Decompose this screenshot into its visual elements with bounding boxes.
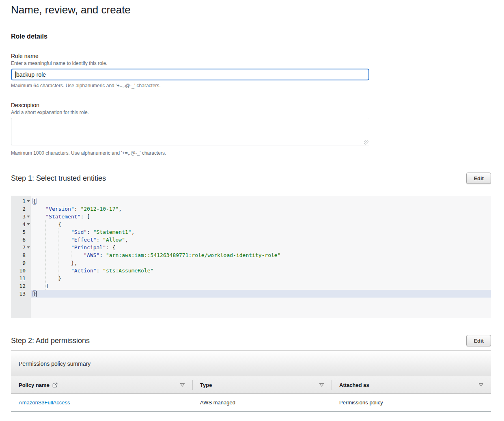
table-row: AmazonS3FullAccessAWS managedPermissions… bbox=[11, 394, 491, 412]
code-text: "Sid": "Statement1", bbox=[31, 228, 491, 236]
role-name-input[interactable]: backup-role bbox=[11, 69, 369, 80]
editor-line-11[interactable]: 11 } bbox=[11, 274, 491, 282]
code-text: }, bbox=[31, 259, 491, 267]
cell-policy-name: AmazonS3FullAccess bbox=[11, 394, 192, 411]
editor-line-2[interactable]: 2 "Version": "2012-10-17", bbox=[11, 205, 491, 213]
step1-title: Step 1: Select trusted entities bbox=[11, 173, 106, 184]
editor-line-3[interactable]: 3 "Statement": [ bbox=[11, 213, 491, 220]
column-filter-icon bbox=[319, 383, 324, 387]
step2-edit-button[interactable]: Edit bbox=[466, 335, 491, 346]
role-name-constraint: Maximum 64 characters. Use alphanumeric … bbox=[11, 83, 491, 89]
section-divider bbox=[11, 46, 491, 46]
cell-attached-as: Permissions policy bbox=[332, 394, 491, 411]
code-text: "AWS": "arn:aws:iam::541263489771:role/w… bbox=[31, 251, 491, 259]
cell-type: AWS managed bbox=[192, 394, 332, 411]
code-text: { bbox=[31, 220, 491, 228]
code-text: { bbox=[31, 197, 491, 205]
code-text: "Action": "sts:AssumeRole" bbox=[31, 267, 491, 274]
code-text: "Statement": [ bbox=[31, 213, 491, 220]
code-text: } bbox=[31, 290, 491, 298]
line-number: 4 bbox=[11, 220, 31, 228]
step2-title: Step 2: Add permissions bbox=[11, 335, 90, 346]
text-cursor bbox=[15, 71, 16, 78]
step1-edit-button[interactable]: Edit bbox=[466, 173, 491, 184]
role-name-label: Role name bbox=[11, 53, 491, 60]
external-link-icon bbox=[52, 382, 58, 388]
column-label: Type bbox=[200, 382, 212, 388]
permissions-panel: Permissions policy summary Policy nameTy… bbox=[11, 350, 491, 412]
line-number: 3 bbox=[11, 213, 31, 220]
editor-line-6[interactable]: 6 "Effect": "Allow", bbox=[11, 236, 491, 244]
description-label: Description bbox=[11, 102, 491, 109]
editor-line-13[interactable]: 13} bbox=[11, 290, 491, 298]
code-text: ] bbox=[31, 282, 491, 290]
editor-line-9[interactable]: 9 }, bbox=[11, 259, 491, 267]
editor-line-4[interactable]: 4 { bbox=[11, 220, 491, 228]
line-number: 12 bbox=[11, 282, 31, 290]
line-number: 5 bbox=[11, 228, 31, 236]
role-name-value: backup-role bbox=[16, 71, 46, 78]
fold-arrow-icon[interactable] bbox=[27, 200, 30, 202]
column-header-attached-as[interactable]: Attached as bbox=[332, 376, 491, 393]
permissions-table-body: AmazonS3FullAccessAWS managedPermissions… bbox=[11, 394, 491, 412]
text-cursor bbox=[37, 291, 37, 297]
column-filter-icon bbox=[478, 383, 484, 387]
fold-arrow-icon[interactable] bbox=[27, 216, 30, 218]
column-header-type[interactable]: Type bbox=[192, 376, 332, 393]
role-details-heading: Role details bbox=[11, 32, 491, 40]
fold-arrow-icon[interactable] bbox=[27, 223, 30, 225]
editor-line-7[interactable]: 7 "Principal": { bbox=[11, 244, 491, 251]
editor-line-10[interactable]: 10 "Action": "sts:AssumeRole" bbox=[11, 267, 491, 274]
code-text: "Version": "2012-10-17", bbox=[31, 205, 491, 213]
indent-guide bbox=[58, 228, 58, 282]
description-help: Add a short explanation for this role. bbox=[11, 110, 491, 116]
code-text: } bbox=[31, 274, 491, 282]
step1-header: Step 1: Select trusted entities Edit bbox=[11, 173, 491, 184]
editor-line-5[interactable]: 5 "Sid": "Statement1", bbox=[11, 228, 491, 236]
description-textarea[interactable] bbox=[11, 118, 369, 145]
column-label: Policy name bbox=[19, 382, 50, 388]
line-number: 6 bbox=[11, 236, 31, 244]
indent-guide bbox=[45, 220, 46, 290]
line-number: 7 bbox=[11, 244, 31, 251]
editor-line-1[interactable]: 1{ bbox=[11, 197, 491, 205]
code-text: "Principal": { bbox=[31, 244, 491, 251]
line-number: 2 bbox=[11, 205, 31, 213]
editor-line-12[interactable]: 12 ] bbox=[11, 282, 491, 290]
step2-header: Step 2: Add permissions Edit bbox=[11, 335, 491, 346]
role-name-help: Enter a meaningful name to identify this… bbox=[11, 60, 491, 67]
code-text: "Effect": "Allow", bbox=[31, 236, 491, 244]
trust-policy-json-editor[interactable]: 1{2 "Version": "2012-10-17",3 "Statement… bbox=[11, 196, 491, 318]
line-number: 9 bbox=[11, 259, 31, 267]
editor-line-8[interactable]: 8 "AWS": "arn:aws:iam::541263489771:role… bbox=[11, 251, 491, 259]
description-constraint: Maximum 1000 characters. Use alphanumeri… bbox=[11, 150, 491, 156]
page-title: Name, review, and create bbox=[11, 3, 491, 16]
indent-guide bbox=[71, 251, 71, 259]
line-number: 13 bbox=[11, 290, 31, 298]
column-label: Attached as bbox=[339, 382, 369, 388]
line-number: 10 bbox=[11, 267, 31, 274]
line-number: 8 bbox=[11, 251, 31, 259]
policy-name-link[interactable]: AmazonS3FullAccess bbox=[19, 399, 70, 406]
column-filter-icon bbox=[180, 383, 185, 387]
fold-arrow-icon[interactable] bbox=[27, 246, 30, 248]
page: Name, review, and create Role details Ro… bbox=[11, 3, 491, 412]
column-header-policy-name[interactable]: Policy name bbox=[11, 376, 192, 393]
resize-handle-icon[interactable] bbox=[364, 140, 368, 145]
line-number: 11 bbox=[11, 274, 31, 282]
permissions-table-header: Policy nameTypeAttached as bbox=[11, 376, 491, 394]
permissions-panel-title: Permissions policy summary bbox=[11, 351, 491, 376]
line-number: 1 bbox=[11, 197, 31, 205]
